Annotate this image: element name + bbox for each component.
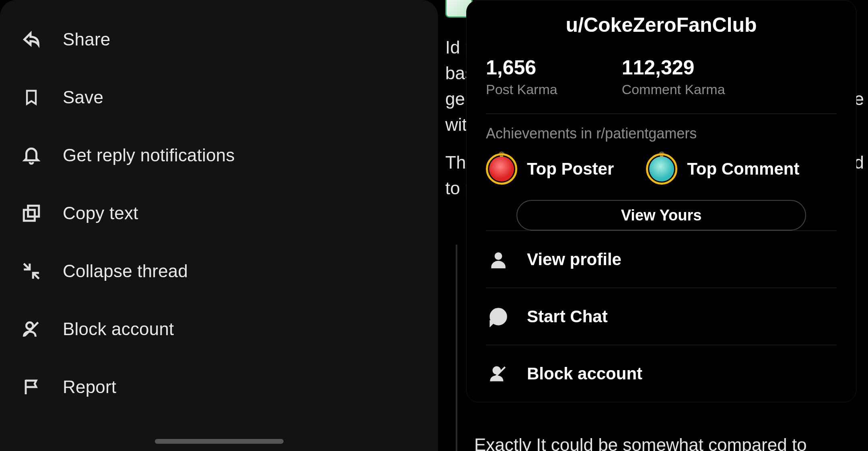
report-label: Report [63, 377, 116, 397]
view-yours-label: View Yours [621, 207, 702, 224]
drag-handle[interactable] [155, 439, 284, 444]
view-yours-button[interactable]: View Yours [516, 200, 806, 231]
start-chat-label: Start Chat [527, 307, 608, 326]
block-user-icon [19, 319, 43, 339]
divider [486, 113, 837, 114]
top-poster-badge-icon: ♛ [486, 153, 517, 185]
share-item[interactable]: Share [0, 10, 438, 68]
collapse-label: Collapse thread [63, 261, 188, 281]
profile-username[interactable]: u/CokeZeroFanClub [486, 13, 837, 37]
share-label: Share [63, 29, 110, 49]
notify-label: Get reply notifications [63, 145, 235, 165]
save-item[interactable]: Save [0, 68, 438, 126]
post-karma-block: 1,656 Post Karma [486, 56, 557, 97]
comment-karma-label: Comment Karma [622, 82, 725, 97]
comment-karma-block: 112,329 Comment Karma [622, 56, 725, 97]
post-karma-value: 1,656 [486, 56, 557, 79]
svg-point-4 [495, 253, 502, 259]
block-account-label: Block account [527, 364, 642, 383]
bell-icon [19, 144, 43, 166]
achievement-top-poster[interactable]: ♛ Top Poster [486, 153, 614, 185]
view-profile-label: View profile [527, 250, 621, 269]
achievements-label: Achievements in r/patientgamers [486, 125, 837, 142]
block-account-row[interactable]: Block account [486, 345, 837, 402]
collapse-icon [19, 261, 43, 281]
karma-row: 1,656 Post Karma 112,329 Comment Karma [486, 56, 837, 97]
right-panel: Id p bas ger wit me Tha to p ed E a l Ex… [438, 0, 868, 451]
bookmark-icon [19, 87, 43, 108]
root: Share Save Get reply notifications Copy … [0, 0, 868, 451]
copy-icon [19, 203, 43, 223]
block-item[interactable]: Block account [0, 300, 438, 358]
context-menu-sheet: Share Save Get reply notifications Copy … [0, 0, 438, 451]
view-profile-row[interactable]: View profile [486, 231, 837, 288]
achievement-name: Top Comment [687, 159, 799, 179]
collapse-item[interactable]: Collapse thread [0, 242, 438, 300]
achievement-name: Top Poster [527, 159, 614, 179]
achievements-row: ♛ Top Poster ♛ Top Comment [486, 153, 837, 185]
svg-rect-0 [28, 206, 39, 216]
report-item[interactable]: Report [0, 358, 438, 416]
start-chat-row[interactable]: Start Chat [486, 288, 837, 345]
save-label: Save [63, 87, 103, 107]
bg-bottom-text: Exactly It could be somewhat compared to [474, 435, 807, 451]
left-panel: Share Save Get reply notifications Copy … [0, 0, 438, 451]
bg-text: wit [445, 112, 467, 138]
thread-bar [456, 245, 457, 451]
block-label: Block account [63, 319, 174, 339]
top-commenter-badge-icon: ♛ [646, 153, 677, 185]
post-karma-label: Post Karma [486, 82, 557, 97]
profile-popup: u/CokeZeroFanClub 1,656 Post Karma 112,3… [466, 0, 856, 402]
chat-plus-icon [486, 306, 511, 327]
achievement-top-commenter[interactable]: ♛ Top Comment [646, 153, 799, 185]
comment-karma-value: 112,329 [622, 56, 725, 79]
block-user-icon [486, 364, 511, 384]
share-icon [19, 29, 43, 50]
flag-icon [19, 377, 43, 397]
notify-item[interactable]: Get reply notifications [0, 126, 438, 184]
svg-rect-1 [24, 210, 35, 221]
person-icon [486, 249, 511, 270]
copy-label: Copy text [63, 203, 138, 223]
copy-item[interactable]: Copy text [0, 184, 438, 242]
